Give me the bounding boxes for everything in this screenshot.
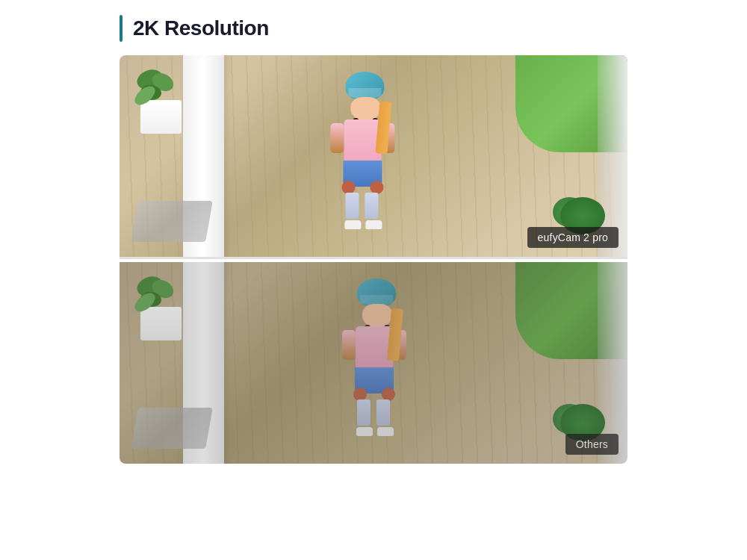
leg-left-bottom: [357, 399, 371, 426]
shorts-bottom: [355, 367, 394, 393]
shoes-bottom: [356, 427, 395, 436]
comparison-images-container: eufyCam 2 pro: [120, 55, 627, 464]
leg-left: [345, 193, 359, 219]
face-bottom: [362, 304, 392, 328]
section-header: 2K Resolution: [120, 15, 269, 42]
bottom-scene: [120, 262, 627, 464]
leg-right: [365, 193, 378, 219]
bottom-camera-image: Others: [120, 262, 627, 464]
leg-right-bottom: [376, 399, 390, 426]
top-camera-image: eufyCam 2 pro: [120, 55, 627, 257]
arm-left-bottom: [342, 330, 356, 360]
page-container: 2K Resolution: [0, 0, 747, 560]
accent-bar-icon: [120, 15, 123, 42]
person-figure-bottom: [353, 279, 392, 436]
door-mat: [131, 201, 213, 242]
helmet: [345, 72, 384, 100]
shirt: [344, 119, 381, 161]
plant-leaves-bottom: [133, 277, 189, 318]
shorts: [343, 161, 382, 187]
bottom-image-label: Others: [565, 434, 619, 455]
shirt-bottom: [356, 326, 393, 367]
legs-bottom: [357, 399, 396, 426]
page-title: 2K Resolution: [133, 16, 269, 40]
person-figure: [341, 72, 380, 229]
image-divider: [120, 257, 627, 259]
bottom-image-wrapper: Others: [120, 262, 627, 464]
top-image-label: eufyCam 2 pro: [527, 227, 619, 248]
arm-left: [330, 123, 344, 153]
legs: [345, 193, 384, 219]
plant-leaves: [133, 70, 189, 111]
shoe-right-bottom: [377, 427, 394, 436]
shoes: [344, 220, 383, 229]
shoe-right: [365, 220, 382, 229]
face: [350, 97, 380, 121]
door-mat-bottom: [131, 408, 213, 449]
top-image-wrapper: eufyCam 2 pro: [120, 55, 627, 257]
helmet-bottom: [357, 279, 396, 307]
shoe-left: [344, 220, 361, 229]
shoe-left-bottom: [356, 427, 373, 436]
